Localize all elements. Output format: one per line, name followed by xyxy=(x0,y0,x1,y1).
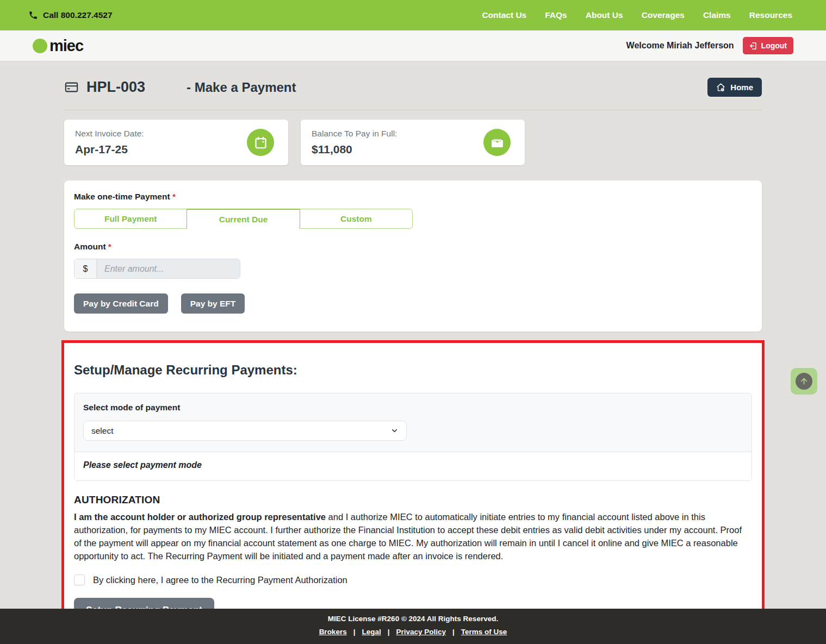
logout-button[interactable]: Logout xyxy=(743,37,793,54)
policy-code: HPL-003 xyxy=(86,79,145,96)
currency-prefix: $ xyxy=(74,259,97,278)
footer-link-legal[interactable]: Legal xyxy=(362,628,381,636)
payment-mode-header: Select mode of payment select xyxy=(74,393,752,452)
recurring-payments-section: Setup/Manage Recurring Payments: Select … xyxy=(61,340,765,638)
wallet-icon xyxy=(483,129,511,156)
scroll-to-top-button[interactable] xyxy=(791,368,817,395)
logo-dot-icon xyxy=(33,39,47,53)
home-icon xyxy=(716,83,725,92)
balance-card: Balance To Pay in Full: $11,080 xyxy=(301,120,525,165)
nav-item-claims[interactable]: Claims xyxy=(703,10,731,20)
footer-link-privacy-policy[interactable]: Privacy Policy xyxy=(396,628,446,636)
page-title-row: HPL-003 - Make a Payment Home xyxy=(64,78,762,97)
license-text: MIEC License #R260 © 2024 All Rights Res… xyxy=(0,615,826,623)
pay-buttons-row: Pay by Credit Card Pay by EFT xyxy=(74,293,752,314)
balance-label: Balance To Pay in Full: xyxy=(312,129,397,139)
required-asterisk: * xyxy=(108,242,111,251)
calendar-icon xyxy=(247,129,274,156)
footer-separator: | xyxy=(388,628,390,636)
credit-card-icon xyxy=(64,80,79,95)
nav-item-coverages[interactable]: Coverages xyxy=(642,10,685,20)
payment-mode-body: Please select payment mode xyxy=(74,452,752,480)
amount-input[interactable] xyxy=(97,259,240,278)
agree-label[interactable]: By clicking here, I agree to the Recurri… xyxy=(93,575,347,585)
page-title: - Make a Payment xyxy=(187,80,296,95)
amount-input-group: $ xyxy=(74,259,240,279)
payment-mode-card: Select mode of payment select Please sel… xyxy=(74,393,752,481)
recurring-heading: Setup/Manage Recurring Payments: xyxy=(74,362,752,378)
next-invoice-value: Apr-17-25 xyxy=(75,143,144,156)
chevron-down-icon xyxy=(390,427,399,435)
topbar: Call 800.227.4527 Contact Us FAQs About … xyxy=(0,0,826,30)
miec-logo[interactable]: miec xyxy=(33,37,83,55)
nav-item-faqs[interactable]: FAQs xyxy=(545,10,567,20)
required-asterisk: * xyxy=(172,192,176,201)
agree-checkbox[interactable] xyxy=(74,574,85,585)
logout-icon xyxy=(749,42,757,50)
phone-icon xyxy=(28,10,38,20)
next-invoice-label: Next Invoice Date: xyxy=(75,129,144,139)
title-divider xyxy=(64,110,762,110)
phone-number: Call 800.227.4527 xyxy=(43,10,113,20)
nav-item-resources[interactable]: Resources xyxy=(749,10,792,20)
mode-label: Select mode of payment xyxy=(83,403,743,412)
amount-label: Amount * xyxy=(74,242,752,252)
next-invoice-card: Next Invoice Date: Apr-17-25 xyxy=(64,120,288,165)
select-value: select xyxy=(91,426,114,436)
phone-link[interactable]: Call 800.227.4527 xyxy=(28,10,113,20)
select-mode-hint: Please select payment mode xyxy=(83,460,202,470)
balance-value: $11,080 xyxy=(312,143,397,156)
tab-full-payment[interactable]: Full Payment xyxy=(74,209,187,229)
footer-link-terms-of-use[interactable]: Terms of Use xyxy=(461,628,507,636)
footer-separator: | xyxy=(452,628,455,636)
main-content: HPL-003 - Make a Payment Home Next Invoi… xyxy=(0,61,826,644)
one-time-payment-card: Make one-time Payment * Full Payment Cur… xyxy=(64,180,762,332)
arrow-up-icon xyxy=(796,373,812,390)
tab-current-due[interactable]: Current Due xyxy=(187,209,300,229)
summary-cards: Next Invoice Date: Apr-17-25 Balance To … xyxy=(64,120,762,165)
tab-custom[interactable]: Custom xyxy=(300,209,413,229)
pay-eft-button[interactable]: Pay by EFT xyxy=(181,293,245,314)
topbar-nav: Contact Us FAQs About Us Coverages Claim… xyxy=(482,10,792,20)
one-time-payment-label: Make one-time Payment * xyxy=(74,192,752,202)
footer-links: Brokers|Legal|Privacy Policy|Terms of Us… xyxy=(0,628,826,636)
authorization-text: I am the account holder or authorized gr… xyxy=(74,510,751,562)
agreement-row: By clicking here, I agree to the Recurri… xyxy=(74,574,752,585)
header: miec Welcome Miriah Jefferson Logout xyxy=(0,30,826,61)
nav-item-about-us[interactable]: About Us xyxy=(586,10,623,20)
logo-text: miec xyxy=(49,37,83,55)
pay-credit-card-button[interactable]: Pay by Credit Card xyxy=(74,293,168,314)
home-button[interactable]: Home xyxy=(707,78,762,97)
footer-link-brokers[interactable]: Brokers xyxy=(319,628,347,636)
payment-mode-select[interactable]: select xyxy=(83,421,407,441)
footer-separator: | xyxy=(353,628,356,636)
welcome-text: Welcome Miriah Jefferson xyxy=(626,41,734,51)
payment-type-tabs: Full Payment Current Due Custom xyxy=(74,209,413,229)
authorization-heading: AUTHORIZATION xyxy=(74,494,752,506)
footer: MIEC License #R260 © 2024 All Rights Res… xyxy=(0,609,826,644)
nav-item-contact-us[interactable]: Contact Us xyxy=(482,10,526,20)
authorization-text-bold: I am the account holder or authorized gr… xyxy=(74,512,326,522)
